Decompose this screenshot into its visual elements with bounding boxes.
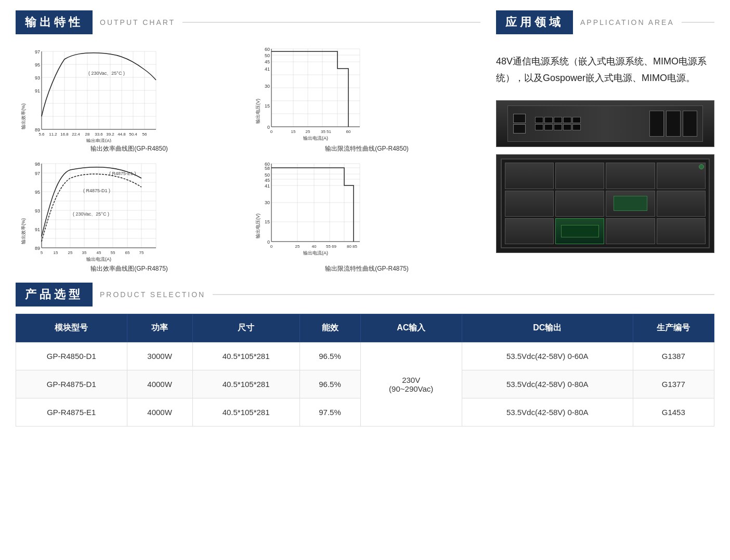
chart-efficiency-r4875: 输出效率(%)	[16, 158, 243, 273]
product-images	[496, 100, 714, 253]
chart-caption-2: 输出限流特性曲线(GP-R4850)	[253, 144, 480, 153]
svg-text:97: 97	[35, 49, 40, 55]
th-size: 尺寸	[192, 314, 299, 342]
chart-row-1: 输出效率(%)	[16, 44, 480, 153]
svg-text:22.4: 22.4	[72, 132, 80, 137]
svg-text:15: 15	[265, 219, 270, 224]
app-description-text: 48V通信电源系统（嵌入式电源系统、MIMO电源系统），以及Gospower嵌入…	[496, 48, 714, 92]
svg-text:输出电流(A): 输出电流(A)	[303, 250, 328, 256]
svg-text:35 51: 35 51	[321, 129, 332, 134]
svg-text:39.2: 39.2	[106, 132, 114, 137]
th-model: 模块型号	[16, 314, 127, 342]
td-efficiency-3: 97.5%	[299, 398, 360, 426]
rack-unit-image	[496, 100, 714, 147]
svg-text:输出电流(A): 输出电流(A)	[303, 136, 328, 141]
chart-svg-2: 输出电压(V)	[253, 44, 373, 142]
svg-text:41: 41	[265, 66, 270, 72]
svg-text:30: 30	[265, 84, 270, 89]
chassis-image	[496, 154, 714, 253]
svg-text:25: 25	[295, 244, 300, 249]
app-header-line	[682, 22, 714, 23]
svg-text:93: 93	[35, 208, 40, 214]
svg-text:0: 0	[270, 244, 273, 249]
output-chart-subtitle: OUTPUT CHART	[100, 18, 175, 26]
svg-text:输出电压(V): 输出电压(V)	[255, 99, 260, 124]
svg-text:25: 25	[306, 129, 310, 134]
chart-efficiency-r4850: 输出效率(%)	[16, 44, 243, 153]
product-selection-header: 产品选型 PRODUCT SELECTION	[16, 283, 714, 306]
svg-text:91: 91	[35, 227, 40, 232]
chart-currentlimit-r4875: 输出电压(V)	[253, 158, 480, 273]
td-model-3: GP-R4875-E1	[16, 398, 127, 426]
svg-text:55: 55	[111, 250, 115, 255]
svg-text:0: 0	[267, 239, 270, 245]
chart-caption-4: 输出限流特性曲线(GP-R4875)	[253, 264, 480, 273]
app-area-header: 应用领域 APPLICATION AREA	[496, 10, 714, 34]
svg-text:16.8: 16.8	[60, 132, 69, 137]
svg-text:输出电压(V): 输出电压(V)	[255, 214, 260, 238]
table-header-row: 模块型号 功率 尺寸 能效 AC输入 DC输出 生产编号	[16, 314, 714, 342]
chart-svg-3: 输出效率(%)	[16, 158, 166, 262]
svg-text:25: 25	[68, 250, 73, 255]
th-ac-input: AC输入	[360, 314, 462, 342]
td-size-3: 40.5*105*281	[192, 398, 299, 426]
table-row: GP-R4850-D1 3000W 40.5*105*281 96.5% 230…	[16, 342, 714, 370]
svg-text:45: 45	[97, 250, 101, 255]
th-power: 功率	[127, 314, 192, 342]
svg-text:15: 15	[54, 250, 58, 255]
chart-svg-1: 输出效率(%)	[16, 44, 166, 142]
svg-text:( R4875-D1 ): ( R4875-D1 )	[83, 188, 110, 193]
td-ac-input-shared: 230V(90~290Vac)	[360, 342, 462, 426]
svg-text:95: 95	[35, 190, 40, 195]
chart-caption-3: 输出效率曲线图(GP-R4875)	[16, 264, 243, 273]
svg-text:98: 98	[35, 162, 40, 167]
product-selection-line	[213, 294, 714, 295]
svg-text:30: 30	[265, 200, 270, 205]
svg-text:输出电流(A): 输出电流(A)	[86, 138, 111, 142]
charts-area: 输出效率(%)	[16, 44, 480, 273]
th-prod-no: 生产编号	[633, 314, 714, 342]
td-prod-no-1: G1387	[633, 342, 714, 370]
td-prod-no-3: G1453	[633, 398, 714, 426]
svg-text:( R4875-E1 ): ( R4875-E1 )	[109, 171, 136, 176]
product-selection: 产品选型 PRODUCT SELECTION 模块型号 功率 尺寸 能效 AC输…	[16, 283, 714, 426]
td-efficiency-1: 96.5%	[299, 342, 360, 370]
chart-svg-4: 输出电压(V)	[253, 158, 373, 262]
svg-text:45: 45	[265, 178, 270, 183]
svg-text:60: 60	[346, 129, 351, 134]
header-line	[182, 22, 480, 23]
th-efficiency: 能效	[299, 314, 360, 342]
svg-text:75: 75	[139, 250, 144, 255]
svg-text:56: 56	[142, 132, 147, 137]
app-area-title: 应用领域	[496, 10, 573, 34]
output-chart-header: 输出特性 OUTPUT CHART	[16, 10, 480, 34]
svg-text:50: 50	[265, 53, 270, 58]
svg-text:15: 15	[265, 103, 270, 109]
td-prod-no-2: G1377	[633, 370, 714, 398]
svg-text:40: 40	[312, 244, 317, 249]
td-size-1: 40.5*105*281	[192, 342, 299, 370]
svg-text:( 230Vac、25°C ): ( 230Vac、25°C )	[73, 211, 109, 217]
application-area: 应用领域 APPLICATION AREA 48V通信电源系统（嵌入式电源系统、…	[496, 10, 714, 273]
th-dc-output: DC输出	[462, 314, 633, 342]
svg-text:50.4: 50.4	[129, 132, 137, 137]
svg-text:55 69: 55 69	[326, 244, 337, 249]
td-power-3: 4000W	[127, 398, 192, 426]
product-selection-title: 产品选型	[16, 283, 93, 306]
product-selection-subtitle: PRODUCT SELECTION	[100, 290, 205, 299]
y-label-1: 输出效率(%)	[21, 103, 26, 129]
product-table: 模块型号 功率 尺寸 能效 AC输入 DC输出 生产编号 GP-R4850-D1…	[16, 314, 714, 426]
svg-text:15: 15	[291, 129, 296, 134]
svg-text:( 230Vac、25°C ): ( 230Vac、25°C )	[88, 71, 125, 76]
chart-row-2: 输出效率(%)	[16, 158, 480, 273]
svg-text:0: 0	[267, 125, 270, 130]
td-model-1: GP-R4850-D1	[16, 342, 127, 370]
svg-text:0: 0	[270, 129, 273, 134]
svg-text:89: 89	[35, 246, 40, 251]
app-area-subtitle: APPLICATION AREA	[580, 18, 674, 26]
td-model-2: GP-R4875-D1	[16, 370, 127, 398]
svg-text:97: 97	[35, 171, 40, 176]
svg-text:65: 65	[125, 250, 130, 255]
svg-text:35: 35	[82, 250, 87, 255]
chart-caption-1: 输出效率曲线图(GP-R4850)	[16, 144, 243, 153]
